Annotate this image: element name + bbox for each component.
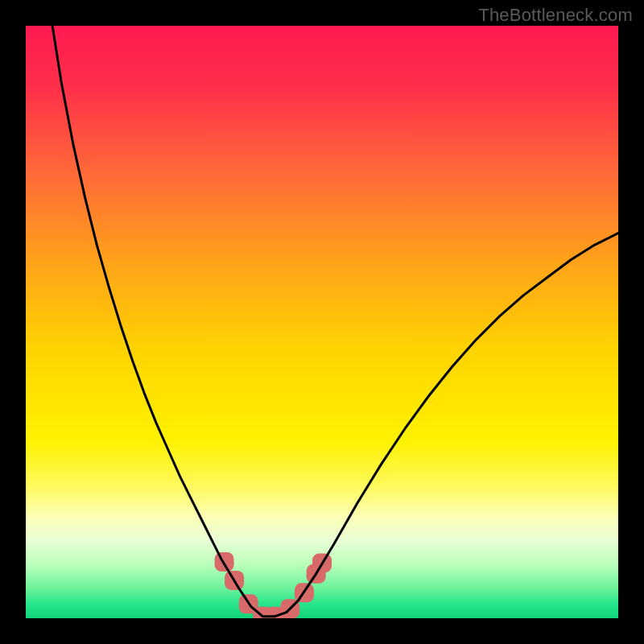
- plot-area: [26, 26, 618, 618]
- frame: TheBottleneck.com: [0, 0, 644, 644]
- attribution-watermark: TheBottleneck.com: [478, 5, 633, 26]
- bottleneck-curve: [52, 26, 618, 617]
- markers-group: [215, 552, 332, 618]
- curve-layer: [26, 26, 618, 618]
